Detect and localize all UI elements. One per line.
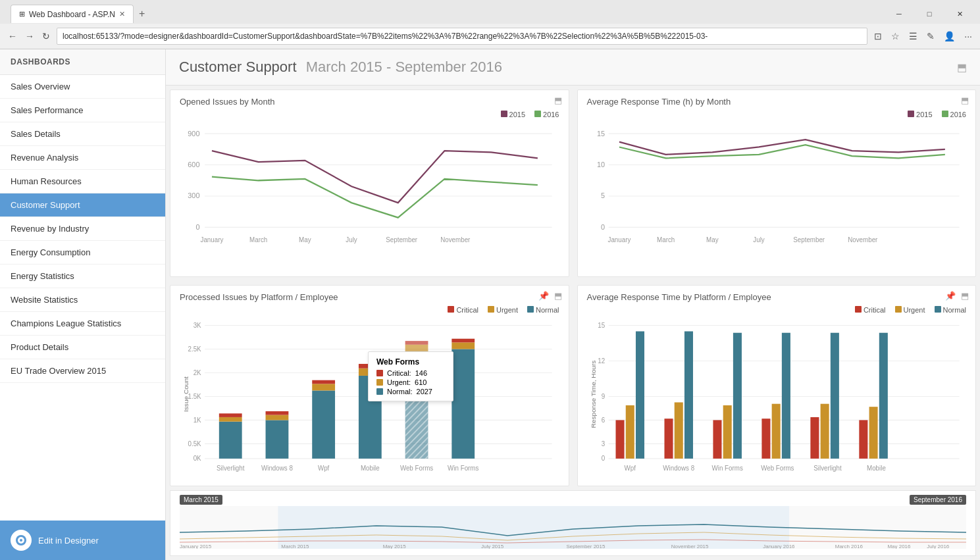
dashboard-export-icon[interactable]: ⬒ [957,61,967,74]
close-button[interactable]: ✕ [944,2,975,26]
bar-silverlight-norm2 [830,332,838,458]
hub-icon[interactable]: ☰ [906,30,920,43]
sidebar-item-customer-support[interactable]: Customer Support [0,193,165,217]
bar-webforms-urg2 [771,403,780,458]
svg-text:2K: 2K [193,369,201,376]
svg-text:November: November [440,236,471,243]
toolbar-icons: ⊡ ☆ ☰ ✎ 👤 ··· [871,30,975,43]
svg-text:Windows 8: Windows 8 [663,464,694,471]
svg-text:May: May [299,236,311,243]
sidebar-item-product-details[interactable]: Product Details [0,336,165,359]
more-icon[interactable]: ··· [962,30,975,43]
timeline-start-handle[interactable]: March 2015 [180,495,222,505]
svg-text:January: January [201,236,224,243]
charts-grid: Opened Issues by Month ⬒ 2015 2016 900 6… [166,86,980,490]
legend-2015: 2015 [501,111,525,118]
bar-silverlight-urgent [219,417,242,422]
svg-text:0K: 0K [193,455,201,462]
sidebar-item-energy-statistics[interactable]: Energy Statistics [0,265,165,288]
tooltip-row-normal: Normal: 2027 [376,388,445,395]
reader-view-icon[interactable]: ⊡ [871,30,885,43]
svg-text:March 2015: March 2015 [281,544,309,549]
forward-button[interactable]: → [22,30,37,43]
tooltip-swatch-normal [376,388,383,395]
tooltip-swatch-critical [376,370,383,376]
svg-text:July: July [753,236,764,243]
timeline-chart: January 2015 March 2015 May 2015 July 20… [180,506,966,549]
favorites-icon[interactable]: ☆ [889,30,902,43]
opened-issues-title: Opened Issues by Month [180,97,559,107]
svg-text:0: 0 [601,223,605,231]
back-button[interactable]: ← [5,30,20,43]
active-tab[interactable]: ⊞ Web Dashboard - ASP.N ✕ [11,5,134,23]
refresh-button[interactable]: ↻ [39,30,53,43]
sidebar-item-revenue-analysis[interactable]: Revenue Analysis [0,146,165,170]
bar-mobile-crit2 [859,420,867,458]
sidebar-item-champions-league[interactable]: Champions League Statistics [0,312,165,336]
legend-normal-proc: Normal [527,306,559,314]
svg-text:May 2015: May 2015 [383,544,406,549]
svg-text:Windows 8: Windows 8 [261,464,293,471]
account-icon[interactable]: 👤 [941,30,958,43]
tooltip-normal-value: 2027 [417,388,432,395]
window-controls: ─ □ ✕ [884,2,975,26]
svg-text:12: 12 [598,357,605,364]
svg-text:November: November [848,236,878,243]
bar-win8-urg2 [674,402,683,458]
minimize-button[interactable]: ─ [884,2,914,26]
designer-label: Edit in Designer [38,536,99,546]
avg-response-export-icon[interactable]: ⬒ [961,95,969,105]
svg-text:Silverlight: Silverlight [813,464,842,471]
sidebar-item-energy-consumption[interactable]: Energy Consumption [0,241,165,265]
sidebar-item-website-statistics[interactable]: Website Statistics [0,288,165,312]
sidebar-item-revenue-by-industry[interactable]: Revenue by Industry [0,217,165,241]
bar-winforms-crit [713,420,721,458]
timeline-end-handle[interactable]: September 2016 [910,495,966,505]
tab-bar: ⊞ Web Dashboard - ASP.N ✕ + ─ □ ✕ [0,0,980,24]
legend-2016: 2016 [534,111,559,118]
edit-icon[interactable]: ✎ [924,30,937,43]
bar-webforms-urgent [405,344,428,351]
bar-win8-urgent [266,415,289,420]
svg-text:3: 3 [601,440,605,447]
avg-response-platform-pin-icon[interactable]: 📌 [945,291,956,301]
legend-2015-resp: 2015 [908,111,932,118]
processed-issues-panel: Processed Issues by Platform / Employee … [170,285,569,486]
sidebar-item-sales-details[interactable]: Sales Details [0,122,165,146]
processed-issues-export-icon[interactable]: ⬒ [554,291,562,301]
svg-point-2 [20,539,22,542]
tooltip-row-critical: Critical: 146 [376,369,445,377]
processed-issues-legend: Critical Urgent Normal [180,306,559,314]
svg-text:6: 6 [601,416,605,423]
processed-issues-pin-icon[interactable]: 📌 [538,291,549,301]
avg-response-platform-title: Average Response Time by Platform / Empl… [587,292,967,302]
tooltip-urgent-label: Urgent: [387,378,411,386]
bar-winforms-urg [723,405,731,459]
timeline-handles: March 2015 September 2016 [180,495,966,505]
maximize-button[interactable]: □ [914,2,944,26]
new-tab-button[interactable]: + [134,5,150,22]
bar-win8-critical [266,411,289,415]
sidebar-item-human-resources[interactable]: Human Resources [0,170,165,193]
tab-title: Web Dashboard - ASP.N [29,10,115,19]
legend-critical-proc: Critical [448,306,478,314]
url-input[interactable] [57,28,867,45]
sidebar-footer[interactable]: Edit in Designer [0,521,165,560]
opened-issues-export-icon[interactable]: ⬒ [554,95,562,105]
main-content: Customer Support March 2015 - September … [166,49,980,560]
tab-close-icon[interactable]: ✕ [119,10,125,18]
svg-text:9: 9 [601,392,605,399]
avg-response-chart: 15 10 5 0 January March May July [587,121,967,270]
dashboard-header: Customer Support March 2015 - September … [166,49,980,86]
sidebar-item-sales-performance[interactable]: Sales Performance [0,99,165,122]
tooltip-swatch-urgent [376,379,383,386]
sidebar-item-sales-overview[interactable]: Sales Overview [0,75,165,99]
avg-response-platform-export-icon[interactable]: ⬒ [961,291,969,301]
svg-text:3K: 3K [193,321,201,328]
avg-response-platform-chart: 15 12 9 6 3 0 Response Time, Hours [587,317,967,479]
bar-webforms-crit2 [761,419,770,459]
svg-text:May: May [706,236,719,243]
tooltip-urgent-value: 610 [415,378,426,386]
sidebar-item-eu-trade[interactable]: EU Trade Overview 2015 [0,359,165,383]
svg-text:January: January [607,236,631,243]
